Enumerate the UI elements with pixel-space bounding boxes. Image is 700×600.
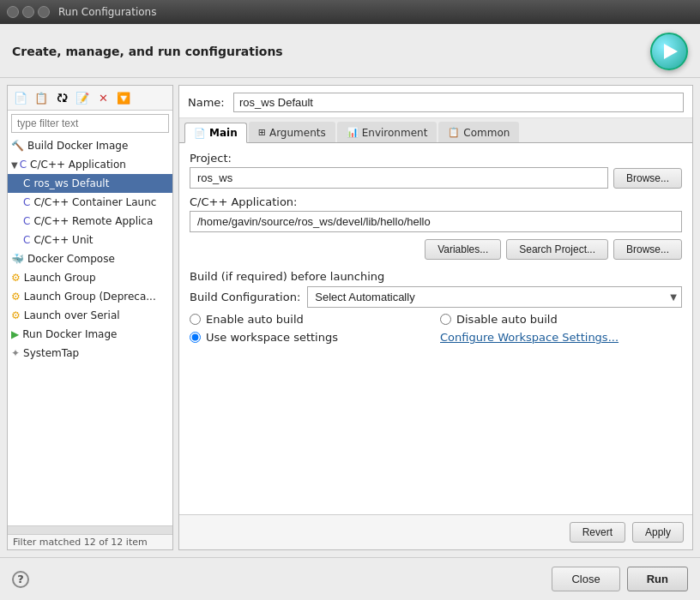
workspace-settings-label: Use workspace settings xyxy=(206,331,338,344)
window-bottom: ? Close Run xyxy=(0,557,700,600)
tab-arguments[interactable]: ⊞ Arguments xyxy=(249,122,335,142)
enable-auto-build-label: Enable auto build xyxy=(206,313,304,326)
build-config-label: Build Configuration: xyxy=(190,291,300,303)
project-field: Project: Browse... xyxy=(190,152,682,189)
list-item[interactable]: 🐳 Docker Compose xyxy=(8,249,172,268)
list-item[interactable]: ⚙ Launch over Serial xyxy=(8,306,172,325)
launch-icon: ⚙ xyxy=(11,272,21,284)
window-controls[interactable] xyxy=(7,6,50,18)
new-from-proto-btn[interactable]: 📋 xyxy=(32,88,51,107)
build-config-row: Build Configuration: Select Automaticall… xyxy=(190,286,682,308)
close-window-btn[interactable] xyxy=(7,6,19,18)
tab-arguments-label: Arguments xyxy=(269,127,326,139)
arguments-tab-icon: ⊞ xyxy=(258,127,266,138)
project-browse-btn[interactable]: Browse... xyxy=(613,168,682,189)
apply-btn[interactable]: Apply xyxy=(632,522,684,543)
list-item[interactable]: ⚙ Launch Group xyxy=(8,268,172,287)
cpp-icon: C xyxy=(23,234,30,246)
help-button[interactable]: ? xyxy=(12,571,29,588)
tab-bar: 📄 Main ⊞ Arguments 📊 Environment 📋 Commo… xyxy=(179,118,692,143)
search-project-btn[interactable]: Search Project... xyxy=(506,239,608,260)
configure-workspace-link[interactable]: Configure Workspace Settings... xyxy=(440,331,682,344)
docker-icon: 🔨 xyxy=(11,140,24,152)
name-row: Name: xyxy=(179,86,692,118)
run-button[interactable] xyxy=(650,33,688,70)
window-bottom-buttons: Close Run xyxy=(552,567,688,591)
docker-icon: 🐳 xyxy=(11,253,24,265)
run-icon xyxy=(664,44,678,59)
new-config-btn[interactable]: 📄 xyxy=(11,88,30,107)
tab-environment-label: Environment xyxy=(362,127,428,139)
toolbar: 📄 📋 🗘 📝 ✕ 🔽 xyxy=(8,86,172,111)
name-label: Name: xyxy=(188,96,226,109)
minimize-btn[interactable] xyxy=(22,6,34,18)
filter-status: Filter matched 12 of 12 item xyxy=(8,534,172,549)
title-bar: Run Configurations xyxy=(0,0,700,24)
systemtap-icon: ✦ xyxy=(11,347,20,359)
list-item[interactable]: C C/C++ Unit xyxy=(8,231,172,249)
build-config-select[interactable]: Select Automatically Debug Release xyxy=(307,286,682,308)
app-browse-btn[interactable]: Browse... xyxy=(613,239,682,260)
launch-icon: ⚙ xyxy=(11,291,21,303)
cpp-item-icon: C xyxy=(23,177,30,189)
tab-main-label: Main xyxy=(209,127,238,139)
main-tab-icon: 📄 xyxy=(194,128,206,139)
build-section: Build (if required) before launching Bui… xyxy=(190,267,682,344)
left-panel: 📄 📋 🗘 📝 ✕ 🔽 🔨 Build Docker Image ▼ xyxy=(7,85,173,550)
app-label: C/C++ Application: xyxy=(190,195,682,208)
main-window: Create, manage, and run configurations 📄… xyxy=(0,24,700,600)
workspace-settings-radio[interactable] xyxy=(190,332,201,343)
disable-auto-build-label: Disable auto build xyxy=(456,313,558,326)
page-title: Create, manage, and run configurations xyxy=(12,45,283,58)
right-panel: Name: 📄 Main ⊞ Arguments 📊 Environment xyxy=(178,85,693,550)
filter-btn[interactable]: 🔽 xyxy=(114,88,133,107)
duplicate-btn[interactable]: 🗘 xyxy=(52,88,71,107)
name-input[interactable] xyxy=(233,93,684,112)
project-input[interactable] xyxy=(190,167,608,189)
list-item[interactable]: C C/C++ Remote Applica xyxy=(8,212,172,231)
content-area: 📄 📋 🗘 📝 ✕ 🔽 🔨 Build Docker Image ▼ xyxy=(0,78,700,557)
list-item[interactable]: C ros_ws Default xyxy=(8,174,172,193)
list-item[interactable]: ▶ Run Docker Image xyxy=(8,325,172,344)
enable-auto-build-radio[interactable] xyxy=(190,314,201,325)
tab-content-main: Project: Browse... C/C++ Application: Va… xyxy=(179,143,692,514)
maximize-btn[interactable] xyxy=(38,6,50,18)
variables-btn[interactable]: Variables... xyxy=(425,239,501,260)
delete-btn[interactable]: ✕ xyxy=(94,88,112,107)
workspace-settings-option[interactable]: Use workspace settings xyxy=(190,331,431,344)
list-item[interactable]: 🔨 Build Docker Image xyxy=(8,136,172,155)
enable-auto-build-option[interactable]: Enable auto build xyxy=(190,313,431,326)
cpp-icon: C xyxy=(20,159,27,171)
tab-main[interactable]: 📄 Main xyxy=(184,123,247,143)
app-field: C/C++ Application: Variables... Search P… xyxy=(190,195,682,260)
disable-auto-build-option[interactable]: Disable auto build xyxy=(440,313,682,326)
config-tree: 🔨 Build Docker Image ▼ C C/C++ Applicati… xyxy=(8,135,172,525)
cpp-icon: C xyxy=(23,215,30,227)
header: Create, manage, and run configurations xyxy=(0,24,700,78)
list-item[interactable]: C C/C++ Container Launc xyxy=(8,193,172,212)
list-item[interactable]: ⚙ Launch Group (Depreca... xyxy=(8,287,172,306)
radio-group: Enable auto build Disable auto build Use… xyxy=(190,313,682,344)
horizontal-scrollbar[interactable] xyxy=(8,525,172,534)
list-item[interactable]: ▼ C C/C++ Application xyxy=(8,155,172,174)
run-icon: ▶ xyxy=(11,328,19,340)
cpp-icon: C xyxy=(23,196,30,208)
app-input[interactable] xyxy=(190,211,682,232)
close-btn[interactable]: Close xyxy=(552,567,619,591)
window-title: Run Configurations xyxy=(58,6,156,18)
build-section-label: Build (if required) before launching xyxy=(190,270,682,283)
tab-environment[interactable]: 📊 Environment xyxy=(337,122,438,142)
tab-common-label: Common xyxy=(463,127,510,139)
environment-tab-icon: 📊 xyxy=(347,127,359,138)
revert-btn[interactable]: Revert xyxy=(570,522,625,543)
run-dialog-btn[interactable]: Run xyxy=(627,567,688,591)
common-tab-icon: 📋 xyxy=(448,127,460,138)
disable-auto-build-radio[interactable] xyxy=(440,314,451,325)
right-panel-bottom: Revert Apply xyxy=(179,514,692,549)
tab-common[interactable]: 📋 Common xyxy=(438,122,519,142)
build-config-select-wrapper: Select Automatically Debug Release ▼ xyxy=(307,286,682,308)
filter-input[interactable] xyxy=(11,114,169,133)
copy-btn[interactable]: 📝 xyxy=(73,88,92,107)
list-item[interactable]: ✦ SystemTap xyxy=(8,344,172,363)
launch-icon: ⚙ xyxy=(11,309,21,321)
